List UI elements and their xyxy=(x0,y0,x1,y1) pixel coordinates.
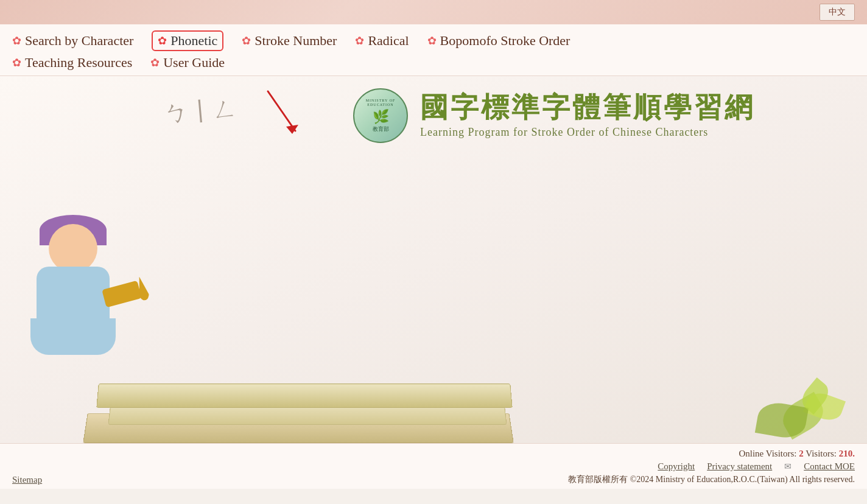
mascot-body xyxy=(18,224,140,407)
moe-logo-inner: MINISTRY OF EDUCATION 🌿 教育部 xyxy=(366,99,396,133)
privacy-statement-link[interactable]: Privacy statement xyxy=(707,461,772,472)
navigation-container: ✿ Search by Character ✿ Phonetic ✿ Strok… xyxy=(0,24,867,76)
hero-section: MINISTRY OF EDUCATION 🌿 教育部 國字標準字體筆順學習網 … xyxy=(353,88,755,143)
writing-decoration: ㄅ丨ㄥ xyxy=(163,91,239,131)
mascot-character xyxy=(18,224,140,407)
character-skirt xyxy=(30,318,116,355)
nav-label-bopomofo: Bopomofo Stroke Order xyxy=(440,33,570,49)
flower-icon-6: ✿ xyxy=(12,56,21,69)
flower-icon-7: ✿ xyxy=(150,56,160,69)
moe-plant-icon: 🌿 xyxy=(366,109,396,125)
nav-row-1: ✿ Search by Character ✿ Phonetic ✿ Strok… xyxy=(12,30,855,51)
nav-row-2: ✿ Teaching Resources ✿ User Guide xyxy=(12,55,855,71)
title-chinese: 國字標準字體筆順學習網 xyxy=(420,93,755,124)
flower-icon-2: ✿ xyxy=(158,34,167,47)
svg-marker-1 xyxy=(286,125,298,134)
nav-stroke-number[interactable]: ✿ Stroke Number xyxy=(242,33,337,49)
annotation-arrow-icon xyxy=(262,85,311,140)
mail-icon: ✉ xyxy=(784,461,792,472)
nav-label-teaching-resources: Teaching Resources xyxy=(25,55,132,71)
nav-bopomofo-stroke-order[interactable]: ✿ Bopomofo Stroke Order xyxy=(427,33,570,49)
nav-radical[interactable]: ✿ Radical xyxy=(355,33,409,49)
visitors-info: Online Visitors: 2 Visitors: 210. xyxy=(739,449,855,459)
contact-moe-link[interactable]: Contact MOE xyxy=(804,461,855,472)
book-3 xyxy=(96,383,513,408)
copyright-text: 教育部版權所有 ©2024 Ministry of Education,R.O.… xyxy=(568,474,855,485)
title-block: 國字標準字體筆順學習網 Learning Program for Stroke … xyxy=(420,93,755,139)
moe-logo: MINISTRY OF EDUCATION 🌿 教育部 xyxy=(353,88,408,143)
arrow-annotation xyxy=(262,85,311,142)
moe-logo-text-top: MINISTRY OF xyxy=(366,99,396,103)
main-content: ㄅ丨ㄥ MINISTRY OF EDUCATION 🌿 教育部 國字標準字體筆順… xyxy=(0,76,867,443)
visitors-label-2: Visitors: xyxy=(806,449,837,458)
flower-icon-1: ✿ xyxy=(12,34,21,47)
lang-switch-button[interactable]: 中文 xyxy=(820,4,855,21)
footer-bottom-row: Sitemap 教育部版權所有 ©2024 Ministry of Educat… xyxy=(12,474,855,485)
nav-phonetic[interactable]: ✿ Phonetic xyxy=(152,30,223,51)
nav-label-user-guide: User Guide xyxy=(163,55,225,71)
top-banner: 中文 xyxy=(0,0,867,24)
flower-icon-4: ✿ xyxy=(355,34,364,47)
nav-label-radical: Radical xyxy=(368,33,409,49)
moe-logo-text-top2: EDUCATION xyxy=(366,103,396,107)
character-head xyxy=(49,224,97,273)
online-count: 2 xyxy=(799,449,804,458)
footer-links: Copyright Privacy statement ✉ Contact MO… xyxy=(12,461,855,472)
svg-line-0 xyxy=(268,91,295,131)
footer-top-row: Online Visitors: 2 Visitors: 210. xyxy=(12,449,855,459)
total-visitors-count: 210. xyxy=(839,449,855,458)
nav-search-by-character[interactable]: ✿ Search by Character xyxy=(12,33,133,49)
flower-icon-5: ✿ xyxy=(427,34,437,47)
flower-icon-3: ✿ xyxy=(242,34,251,47)
nav-label-stroke-number: Stroke Number xyxy=(254,33,337,49)
nav-area: ✿ Search by Character ✿ Phonetic ✿ Strok… xyxy=(0,24,867,76)
copyright-link[interactable]: Copyright xyxy=(658,461,695,472)
nav-teaching-resources[interactable]: ✿ Teaching Resources xyxy=(12,55,132,71)
footer: Online Visitors: 2 Visitors: 210. Copyri… xyxy=(0,443,867,489)
leaves-decoration xyxy=(757,358,855,443)
books-stack xyxy=(37,346,867,443)
title-english: Learning Program for Stroke Order of Chi… xyxy=(420,126,755,139)
online-visitors-label: Online Visitors: xyxy=(739,449,796,458)
nav-user-guide[interactable]: ✿ User Guide xyxy=(150,55,225,71)
nav-label-phonetic: Phonetic xyxy=(170,33,217,49)
moe-chinese-text: 教育部 xyxy=(366,126,396,133)
nav-label-search-by-character: Search by Character xyxy=(25,33,133,49)
sitemap-link[interactable]: Sitemap xyxy=(12,475,42,485)
